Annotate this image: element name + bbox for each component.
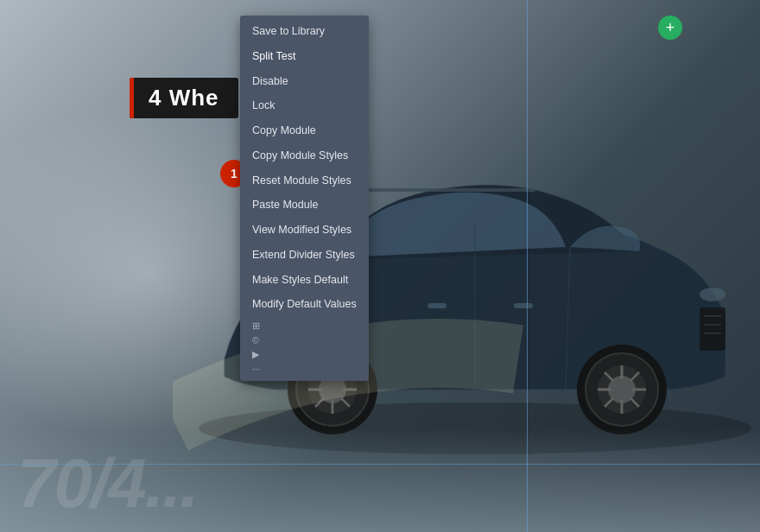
vertical-divider	[527, 0, 528, 532]
horizontal-divider	[0, 464, 760, 465]
svg-rect-3	[428, 303, 446, 308]
menu-icon-grid[interactable]: ⊞	[252, 319, 357, 333]
menu-item-view-modified-styles[interactable]: View Modified Styles	[240, 218, 369, 243]
menu-item-make-styles-default[interactable]: Make Styles Default	[240, 268, 369, 293]
svg-point-9	[700, 288, 725, 301]
watermark-text: 70/4...	[17, 444, 197, 523]
svg-rect-5	[700, 307, 725, 351]
menu-item-save-to-library[interactable]: Save to Library	[240, 19, 369, 44]
heading-text: 4 Whe	[149, 85, 219, 111]
context-menu: Save to Library Split Test Disable Lock …	[240, 16, 369, 381]
menu-item-extend-divider-styles[interactable]: Extend Divider Styles	[240, 243, 369, 268]
heading-banner: 4 Whe	[130, 78, 238, 118]
menu-item-modify-default-values[interactable]: Modify Default Values	[240, 292, 369, 317]
menu-item-lock[interactable]: Lock	[240, 93, 369, 118]
menu-item-copy-module[interactable]: Copy Module	[240, 118, 369, 143]
menu-icon-row: ⊞ © ▶ ···	[240, 317, 369, 377]
add-button[interactable]: +	[658, 16, 682, 40]
menu-item-copy-module-styles[interactable]: Copy Module Styles	[240, 143, 369, 168]
menu-icon-copy[interactable]: ©	[252, 333, 357, 347]
svg-rect-4	[514, 303, 533, 308]
menu-item-reset-module-styles[interactable]: Reset Module Styles	[240, 168, 369, 193]
menu-item-split-test[interactable]: Split Test	[240, 44, 369, 69]
svg-rect-34	[363, 188, 535, 192]
menu-item-disable[interactable]: Disable	[240, 69, 369, 94]
menu-item-paste-module[interactable]: Paste Module	[240, 193, 369, 218]
menu-icon-play[interactable]: ▶	[252, 347, 357, 362]
background: 70/4...	[0, 0, 760, 532]
menu-icon-more[interactable]: ···	[252, 362, 357, 376]
